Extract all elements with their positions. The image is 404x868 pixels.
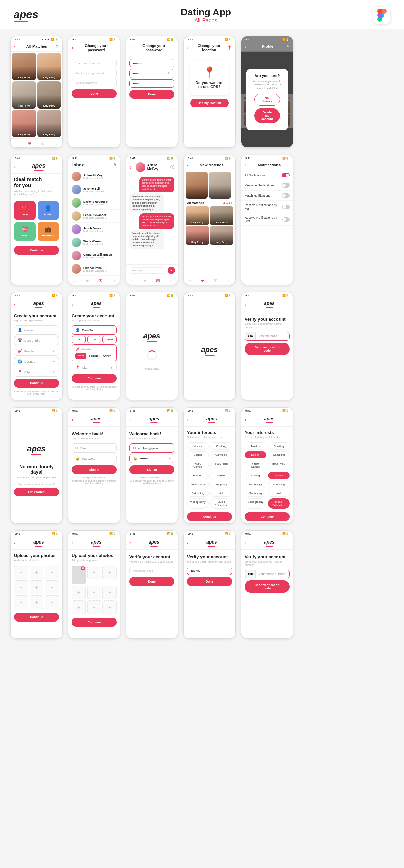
- continue-button[interactable]: Continue: [14, 379, 59, 388]
- back-arrow[interactable]: ‹: [245, 417, 246, 422]
- mail-notifications-toggle[interactable]: [282, 205, 290, 209]
- done-button[interactable]: Done: [129, 577, 174, 586]
- new-password-field[interactable]: Create a new password: [72, 69, 117, 77]
- inbox-item[interactable]: Arlene McCoy Nibh diam vulputate ut: [68, 170, 120, 183]
- photo-slot[interactable]: +: [30, 595, 44, 609]
- photo-slot[interactable]: +: [102, 566, 117, 579]
- interest-cooking[interactable]: Cooking: [210, 442, 232, 450]
- back-arrow[interactable]: ‹: [72, 302, 73, 307]
- message-notifications-toggle[interactable]: [282, 183, 290, 188]
- home-icon[interactable]: ⌂: [73, 278, 76, 283]
- message-icon[interactable]: ✉: [156, 278, 160, 283]
- interest-shopping[interactable]: Shopping: [268, 481, 290, 488]
- love-button[interactable]: ❤️ Love: [14, 201, 36, 220]
- forgot-password-link[interactable]: Forgot Password?: [126, 476, 178, 479]
- interest-design[interactable]: Design: [245, 451, 266, 458]
- password-field-filled[interactable]: 🔒 •••••••• 👁: [129, 454, 174, 463]
- photo-slot[interactable]: +: [72, 586, 86, 599]
- send-verification-button-2[interactable]: Send verification code: [245, 580, 290, 593]
- interest-videogames[interactable]: Video Games: [187, 460, 209, 470]
- match-mini[interactable]: Katy Perry: [210, 206, 233, 225]
- photo-slot-filled[interactable]: ✕: [72, 566, 86, 584]
- all-notifications-toggle[interactable]: [282, 173, 290, 177]
- heart-icon[interactable]: ♥: [28, 141, 31, 146]
- forgot-password-link[interactable]: Forgot Password?: [68, 476, 120, 479]
- back-arrow[interactable]: ‹: [129, 164, 131, 170]
- match-card[interactable]: Katy Perry: [37, 81, 61, 108]
- interest-design[interactable]: Design: [187, 451, 209, 458]
- compose-icon[interactable]: ✎: [113, 163, 117, 167]
- message-icon[interactable]: ✉: [98, 278, 102, 283]
- view-all-link[interactable]: View All: [223, 202, 232, 205]
- month-field[interactable]: 09: [87, 336, 101, 343]
- photo-slot[interactable]: +: [45, 566, 59, 579]
- interest-swimming[interactable]: Swimming: [187, 490, 209, 497]
- done-button[interactable]: Done: [187, 577, 232, 586]
- male-button[interactable]: Male: [75, 353, 86, 359]
- match-card[interactable]: Katy Perry: [37, 53, 61, 80]
- inbox-item[interactable]: Cameron Williamson Nibh diam vulputate u…: [68, 249, 120, 262]
- back-arrow[interactable]: ‹: [72, 45, 73, 51]
- interest-gambling[interactable]: Gambling: [268, 451, 290, 458]
- interest-art[interactable]: Art: [268, 490, 290, 497]
- profile-icon[interactable]: ○: [228, 278, 230, 283]
- profile-icon[interactable]: ○: [170, 278, 173, 283]
- phone-number-input[interactable]: 123 456 7892: [256, 332, 289, 340]
- photo-slot[interactable]: +: [14, 580, 28, 594]
- interest-athlete[interactable]: Athlete: [268, 472, 290, 479]
- send-button[interactable]: ➤: [168, 267, 175, 274]
- use-location-button[interactable]: Use my location: [190, 99, 229, 107]
- female-button[interactable]: Female: [88, 353, 100, 359]
- send-verification-button[interactable]: Send verification code: [245, 343, 290, 355]
- back-arrow[interactable]: ‹: [129, 417, 131, 422]
- no-thanks-button[interactable]: No, thanks: [254, 94, 280, 106]
- home-icon[interactable]: ⌂: [15, 141, 18, 146]
- interest-movies[interactable]: Movies: [245, 442, 266, 450]
- interest-technology[interactable]: Technology: [245, 481, 266, 488]
- back-arrow[interactable]: ‹: [245, 540, 246, 546]
- photo-slot[interactable]: +: [14, 566, 28, 579]
- year-field[interactable]: 2020: [102, 336, 117, 343]
- back-arrow[interactable]: ‹: [187, 540, 189, 546]
- password-field[interactable]: 🔒 Password: [72, 454, 117, 463]
- match-notifications-toggle[interactable]: [282, 193, 290, 198]
- interest-videography[interactable]: Videography: [187, 498, 209, 509]
- gender-field-filled[interactable]: ⚤ Gender Male Female Other: [72, 344, 117, 361]
- interest-movies[interactable]: Movies: [187, 442, 209, 450]
- new-match-thumb[interactable]: [209, 172, 231, 199]
- country-field[interactable]: 🌍 Country ▼: [14, 357, 59, 366]
- interest-music[interactable]: Music Enthusiast: [210, 498, 232, 509]
- interest-videography[interactable]: Videography: [245, 498, 266, 509]
- photo-slot[interactable]: +: [87, 586, 101, 599]
- continue-button[interactable]: Continue: [14, 246, 59, 255]
- continue-button[interactable]: Continue: [14, 613, 59, 622]
- other-button[interactable]: Other: [101, 353, 113, 359]
- new-password-filled[interactable]: •••••••• 👁: [129, 69, 174, 78]
- edit-icon[interactable]: ✎: [286, 44, 290, 49]
- interest-swimming[interactable]: Swimming: [245, 490, 266, 497]
- sms-notifications-toggle[interactable]: [282, 217, 290, 222]
- heart-icon[interactable]: ♥: [201, 278, 204, 283]
- profile-icon[interactable]: ○: [112, 278, 115, 283]
- profile-icon[interactable]: ○: [55, 141, 57, 146]
- back-arrow[interactable]: ‹: [14, 302, 16, 307]
- inbox-item[interactable]: Jerome Bell Nibh diam vulputate ut: [68, 183, 120, 196]
- confirm-password-field[interactable]: Confirm password: [72, 79, 117, 87]
- remove-photo-icon[interactable]: ✕: [81, 566, 85, 570]
- done-button[interactable]: Done: [72, 89, 117, 98]
- interest-gambling[interactable]: Gambling: [210, 451, 232, 458]
- info-icon[interactable]: ⓘ: [170, 164, 174, 170]
- back-arrow[interactable]: ‹: [129, 45, 131, 51]
- match-mini[interactable]: Katy Perry: [186, 226, 209, 245]
- sign-in-button[interactable]: Sign In: [129, 465, 174, 474]
- phone-number-input-2[interactable]: Your phone number: [256, 570, 289, 578]
- heart-icon[interactable]: ♥: [143, 278, 146, 283]
- back-arrow[interactable]: ‹: [14, 164, 16, 170]
- city-field-filled[interactable]: 📍 City ▼: [72, 363, 117, 372]
- interest-athlete[interactable]: Athlete: [210, 472, 232, 479]
- photo-slot[interactable]: +: [30, 566, 44, 579]
- inbox-item[interactable]: Eleanor Pena Nibh diam vulputate ut: [68, 262, 120, 276]
- interest-booknerd[interactable]: Book Nerd: [210, 460, 232, 470]
- heart-icon[interactable]: ♥: [86, 278, 89, 283]
- photo-slot[interactable]: +: [102, 600, 117, 614]
